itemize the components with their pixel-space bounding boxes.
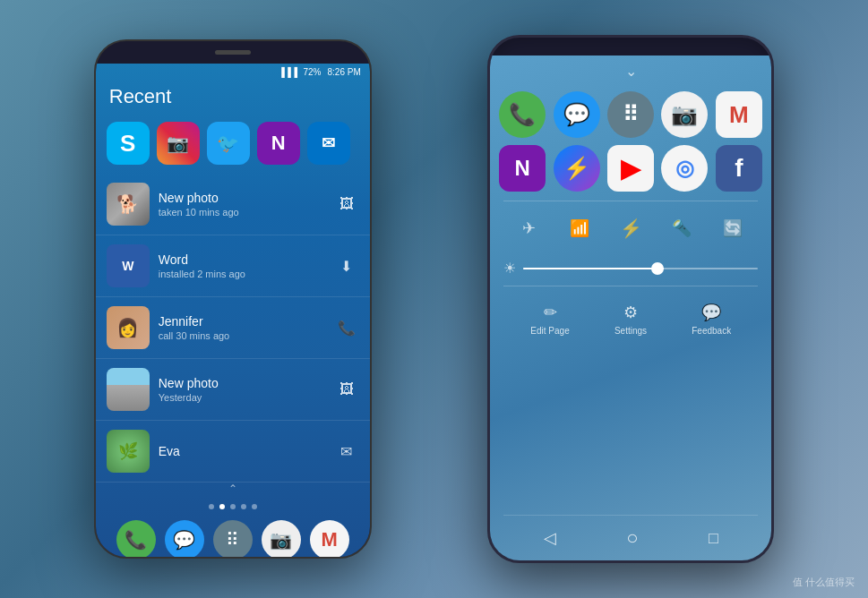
notif-thumb-photo2: [107, 368, 150, 411]
app-icon-outlook[interactable]: ✉: [307, 122, 350, 165]
status-icons: ▌▌▌ 72% 8:26 PM: [281, 67, 361, 77]
brightness-control: ☀: [490, 255, 771, 286]
toggle-flashlight[interactable]: 🔦: [664, 210, 700, 246]
chevron-down-icon: ⌄: [490, 56, 771, 87]
spacer: [490, 345, 771, 515]
brightness-track[interactable]: [523, 268, 758, 269]
jennifer-image: 👩: [107, 306, 150, 349]
notif-text-jennifer: Jennifer call 30 mins ago: [159, 314, 334, 341]
dock-messages[interactable]: 💬: [165, 520, 204, 557]
settings-button[interactable]: ⚙ Settings: [614, 303, 647, 336]
notif-thumb-eva: 🌿: [107, 430, 150, 473]
grid-facebook[interactable]: f: [716, 145, 762, 192]
right-screen: ⌄ 📞 💬 ⠿ 📷 M N ⚡ ▶ ◎ f: [490, 56, 771, 560]
brightness-fill: [523, 268, 664, 269]
signal-icon: ▌▌▌: [281, 67, 300, 77]
grid-phone[interactable]: 📞: [499, 91, 546, 138]
dot-1[interactable]: [209, 504, 214, 509]
notif-text-eva: Eva: [159, 444, 334, 458]
notif-word[interactable]: W Word installed 2 mins ago ⬇: [96, 235, 370, 297]
navigation-bar: ◁ ○ □: [490, 516, 771, 560]
phone-right: ⌄ 📞 💬 ⠿ 📷 M N ⚡ ▶ ◎ f: [487, 35, 774, 563]
brightness-icon: ☀: [503, 260, 516, 277]
dot-2[interactable]: [219, 504, 225, 509]
grid-youtube[interactable]: ▶: [607, 145, 654, 192]
edit-page-icon: ✏: [544, 303, 557, 322]
dock: 📞 💬 ⠿ 📷 M: [96, 513, 370, 557]
notif-action-photo1[interactable]: 🖼: [334, 192, 359, 217]
status-bar: ▌▌▌ 72% 8:26 PM: [96, 64, 370, 81]
notif-title-eva: Eva: [159, 444, 334, 458]
app-icon-onenote[interactable]: N: [257, 122, 300, 165]
dot-3[interactable]: [230, 504, 236, 509]
notif-eva[interactable]: 🌿 Eva ✉: [96, 421, 370, 483]
settings-icon: ⚙: [623, 303, 638, 322]
grid-chrome[interactable]: ◎: [661, 145, 708, 192]
photo1-image: 🐕: [107, 183, 150, 226]
recent-label: Recent: [96, 81, 370, 117]
notif-thumb-photo1: 🐕: [107, 183, 150, 226]
grid-onenote[interactable]: N: [499, 145, 546, 192]
edit-page-label: Edit Page: [530, 326, 569, 336]
notif-sub-photo2: Yesterday: [159, 392, 334, 403]
dock-dialer[interactable]: ⠿: [213, 520, 253, 557]
bottom-actions: ✏ Edit Page ⚙ Settings 💬 Feedback: [490, 294, 771, 345]
speaker: [215, 50, 251, 55]
notif-title-photo2: New photo: [159, 376, 334, 390]
feedback-button[interactable]: 💬 Feedback: [692, 303, 731, 336]
nav-recents[interactable]: □: [709, 529, 718, 548]
notif-action-word[interactable]: ⬇: [334, 253, 359, 278]
divider2: [503, 286, 758, 286]
toggle-rotation[interactable]: 🔄: [715, 210, 751, 246]
battery-text: 72%: [303, 67, 321, 77]
landscape-image: [107, 368, 150, 411]
nav-home[interactable]: ○: [626, 526, 638, 550]
dock-phone[interactable]: 📞: [116, 520, 156, 557]
dot-5[interactable]: [252, 504, 257, 509]
grid-gmail[interactable]: M: [716, 91, 762, 138]
time-text: 8:26 PM: [328, 67, 361, 77]
onenote-label: N: [271, 132, 286, 155]
notif-photo2[interactable]: New photo Yesterday 🖼: [96, 359, 370, 421]
instagram-label: 📷: [167, 132, 189, 154]
grid-camera[interactable]: 📷: [661, 91, 708, 138]
outlook-label: ✉: [322, 133, 335, 153]
app-icon-twitter[interactable]: 🐦: [207, 122, 250, 165]
grid-dialer[interactable]: ⠿: [607, 91, 654, 138]
notif-sub-jennifer: call 30 mins ago: [159, 330, 334, 341]
dock-gmail[interactable]: M: [310, 520, 349, 557]
dot-4[interactable]: [241, 504, 246, 509]
app-icon-instagram[interactable]: 📷: [157, 122, 200, 165]
notif-text-photo1: New photo taken 10 mins ago: [159, 191, 334, 218]
feedback-icon: 💬: [701, 303, 721, 322]
eva-image: 🌿: [107, 430, 150, 473]
left-screen: ▌▌▌ 72% 8:26 PM Recent S 📷 🐦 N: [96, 64, 370, 557]
settings-label: Settings: [614, 326, 647, 336]
notif-action-eva[interactable]: ✉: [334, 439, 359, 464]
app-icon-skype[interactable]: S: [107, 122, 150, 165]
toggle-bluetooth[interactable]: ⚡: [613, 210, 649, 246]
notif-photo1[interactable]: 🐕 New photo taken 10 mins ago 🖼: [96, 174, 370, 235]
chevron-up-icon: ⌃: [96, 483, 370, 497]
notif-action-photo2[interactable]: 🖼: [334, 377, 359, 402]
notif-thumb-word: W: [107, 244, 150, 287]
watermark: 值 什么值得买: [793, 576, 855, 589]
grid-messenger[interactable]: ⚡: [554, 145, 600, 192]
notif-action-jennifer[interactable]: 📞: [334, 315, 359, 340]
brightness-thumb[interactable]: [651, 262, 664, 275]
dock-camera[interactable]: 📷: [262, 520, 301, 557]
scene: ▌▌▌ 72% 8:26 PM Recent S 📷 🐦 N: [0, 0, 868, 598]
quick-toggles: ✈ 📶 ⚡ 🔦 🔄: [490, 201, 771, 255]
app-icons-row: S 📷 🐦 N ✉: [96, 117, 370, 174]
toggle-wifi[interactable]: 📶: [562, 210, 597, 246]
edit-page-button[interactable]: ✏ Edit Page: [530, 303, 569, 336]
toggle-airplane[interactable]: ✈: [511, 210, 547, 246]
notif-jennifer[interactable]: 👩 Jennifer call 30 mins ago 📞: [96, 297, 370, 359]
skype-label: S: [120, 130, 135, 158]
grid-messages[interactable]: 💬: [554, 91, 600, 138]
right-content: ⌄ 📞 💬 ⠿ 📷 M N ⚡ ▶ ◎ f: [490, 56, 771, 560]
notif-thumb-jennifer: 👩: [107, 306, 150, 349]
nav-back[interactable]: ◁: [544, 528, 556, 548]
notif-sub-photo1: taken 10 mins ago: [159, 207, 334, 218]
notif-text-word: Word installed 2 mins ago: [159, 252, 334, 279]
